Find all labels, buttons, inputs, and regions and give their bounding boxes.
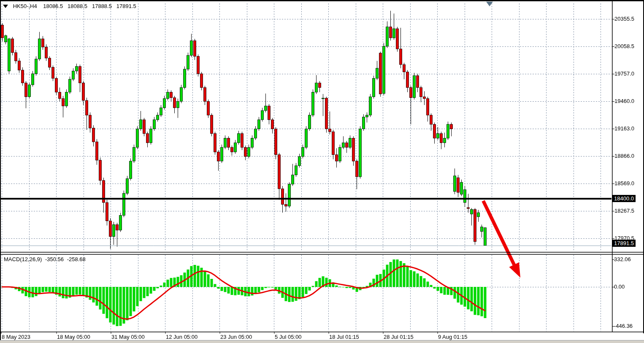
macd-name-params: MACD(12,26,9) bbox=[4, 256, 42, 262]
macd-main-value: -350.56 bbox=[45, 256, 64, 262]
ohlc-high: 18088.5 bbox=[68, 3, 87, 9]
macd-indicator-label: MACD(12,26,9) -350.56 -258.68 bbox=[4, 256, 87, 262]
symbol-period-label: HK50-,H4 bbox=[13, 3, 37, 9]
trading-chart-window: HK50-,H4 18086.5 18088.5 17888.5 17891.5… bbox=[0, 0, 644, 343]
chart-canvas[interactable] bbox=[0, 0, 644, 343]
ohlc-low: 17888.5 bbox=[92, 3, 112, 9]
ohlc-close: 17891.5 bbox=[116, 3, 136, 9]
ohlc-open: 18086.5 bbox=[43, 3, 63, 9]
symbol-dropdown-icon[interactable] bbox=[3, 5, 8, 8]
macd-signal-value: -258.68 bbox=[67, 256, 86, 262]
chart-title: HK50-,H4 18086.5 18088.5 17888.5 17891.5 bbox=[3, 3, 136, 9]
